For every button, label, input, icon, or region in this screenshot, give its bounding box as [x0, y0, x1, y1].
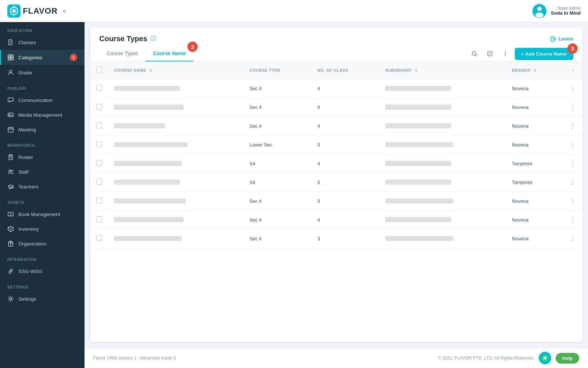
sidebar-item-teachers[interactable]: Teachers — [0, 179, 85, 194]
subsidiary-cell — [385, 180, 451, 185]
export-button[interactable] — [484, 48, 496, 60]
sidebar-item-inventory[interactable]: Inventory — [0, 222, 85, 236]
page-card: Course Types ⓘ Levels Course Types Cours… — [90, 28, 582, 342]
course-name-cell — [114, 198, 186, 204]
row-menu-button[interactable]: ⋮ — [570, 85, 576, 92]
tab-course-types[interactable]: Course Types — [99, 46, 146, 61]
row-menu-button[interactable]: ⋮ — [570, 216, 576, 223]
sidebar-item-media-management[interactable]: Media Management — [0, 107, 85, 122]
more-icon — [505, 51, 506, 57]
course-name-cell — [114, 105, 184, 110]
add-course-name-button[interactable]: + Add Course Name — [515, 48, 573, 60]
page-header: Course Types ⓘ Levels — [90, 28, 582, 43]
page-title-area: Course Types ⓘ — [99, 35, 156, 43]
tab-course-name[interactable]: Course Name 2 — [146, 46, 193, 61]
sidebar-item-staff[interactable]: Staff — [0, 164, 85, 179]
course-name-cell — [114, 180, 180, 185]
row-checkbox[interactable] — [96, 160, 102, 166]
levels-button[interactable]: Levels — [551, 36, 573, 42]
course-type-cell: Sec 4 — [244, 117, 312, 135]
topnav-left: FLAVOR « — [7, 4, 66, 18]
search-button[interactable] — [469, 48, 480, 60]
row-menu-button[interactable]: ⋮ — [570, 141, 576, 148]
svg-point-5 — [537, 7, 542, 11]
tab-course-types-label: Course Types — [107, 50, 138, 56]
tabs: Course Types Course Name 2 — [99, 46, 193, 61]
row-menu-button[interactable]: ⋮ — [570, 103, 576, 111]
collapse-button[interactable]: « — [63, 8, 66, 14]
sidebar-item-meeting[interactable]: Meeting — [0, 122, 85, 137]
course-type-cell: S4 — [244, 173, 312, 192]
svg-point-6 — [535, 13, 544, 18]
row-menu-button[interactable]: ⋮ — [570, 122, 576, 130]
row-menu-button[interactable]: ⋮ — [570, 178, 576, 186]
footer-right: © 2022, FLAVOR PTE. LTD. All Rights Rese… — [438, 352, 579, 364]
svg-point-49 — [505, 53, 506, 54]
row-menu-button[interactable]: ⋮ — [570, 197, 576, 205]
sidebar-label-ssg-wsg: SSG-WSG — [18, 269, 42, 274]
col-course-type: COURSE TYPE — [244, 62, 312, 79]
sidebar-item-roster[interactable]: Roster — [0, 150, 85, 164]
row-menu-button[interactable]: ⋮ — [570, 160, 576, 167]
col-subsidiary[interactable]: SUBSIDIARY ⇅ — [379, 62, 506, 79]
row-checkbox[interactable] — [96, 198, 102, 204]
no-of-class-cell: 0 — [312, 135, 380, 154]
row-menu-button[interactable]: ⋮ — [570, 235, 576, 242]
select-all-checkbox[interactable] — [96, 67, 102, 73]
branch-cell: Novena — [506, 98, 564, 117]
sidebar-item-grade[interactable]: Grade — [0, 65, 85, 80]
export-icon — [487, 51, 493, 57]
sidebar-label-communication: Communication — [18, 98, 53, 103]
row-checkbox[interactable] — [96, 104, 102, 110]
table-row: Sec 44 Novena⋮ — [90, 79, 582, 98]
more-options-button[interactable] — [499, 48, 511, 60]
sidebar-label-teachers: Teachers — [18, 184, 39, 190]
sidebar-item-communication[interactable]: Communication — [0, 93, 85, 107]
sidebar: EDUCATION Classes Categories 1 Grade PUB… — [0, 22, 85, 368]
sidebar-label-media-management: Media Management — [18, 112, 62, 118]
course-name-table: COURSE NAME ⇅ COURSE TYPE NO. OF CLASS S… — [90, 62, 582, 248]
sidebar-item-settings[interactable]: Settings — [0, 291, 85, 306]
building-icon — [7, 240, 14, 247]
subsidiary-cell — [385, 161, 451, 166]
row-checkbox[interactable] — [96, 235, 102, 241]
subsidiary-cell — [385, 217, 451, 222]
col-branch[interactable]: BRANCH ⇅ — [506, 62, 564, 79]
clipboard-icon — [7, 154, 14, 160]
tabs-row: Course Types Course Name 2 — [90, 46, 582, 62]
row-checkbox[interactable] — [96, 85, 102, 91]
subsidiary-cell — [385, 123, 451, 128]
version-text: Flavor CRM Version 1 - Advanced mode 3 — [93, 355, 176, 361]
whatsapp-icon[interactable] — [539, 352, 551, 364]
course-name-cell — [114, 161, 182, 166]
help-button[interactable]: Help — [556, 353, 579, 364]
row-checkbox[interactable] — [96, 141, 102, 147]
sidebar-item-book-management[interactable]: Book Management — [0, 207, 85, 222]
course-name-cell — [114, 123, 165, 128]
course-type-cell: Sec 4 — [244, 210, 312, 229]
step-badge-3: 3 — [567, 43, 578, 54]
sidebar-label-book-management: Book Management — [18, 212, 60, 217]
levels-icon — [551, 36, 556, 42]
section-label-workforce: WORKFORCE — [0, 137, 85, 150]
sidebar-item-organization[interactable]: Organization — [0, 236, 85, 251]
table-row: S40 Tampines⋮ — [90, 173, 582, 192]
step-badge-2: 2 — [187, 42, 198, 52]
course-type-cell: Sec 4 — [244, 79, 312, 98]
row-checkbox[interactable] — [96, 179, 102, 185]
sidebar-item-ssg-wsg[interactable]: SSG-WSG — [0, 264, 85, 279]
sidebar-item-categories[interactable]: Categories 1 — [0, 50, 85, 65]
sort-icon-course-name: ⇅ — [149, 68, 153, 72]
sidebar-item-classes[interactable]: Classes — [0, 35, 85, 50]
topnav: FLAVOR « Super Admin Soda In Mind — [0, 0, 588, 22]
no-of-class-cell: 0 — [312, 98, 380, 117]
info-icon[interactable]: ⓘ — [150, 35, 156, 43]
row-checkbox[interactable] — [96, 216, 102, 222]
add-course-label: + Add Course Name — [521, 51, 567, 57]
row-checkbox[interactable] — [96, 123, 102, 128]
avatar — [533, 4, 546, 18]
branch-cell: Tampines — [506, 173, 564, 192]
subsidiary-cell — [385, 105, 451, 110]
col-course-name[interactable]: COURSE NAME ⇅ — [108, 62, 244, 79]
content-area: Course Types ⓘ Levels Course Types Cours… — [85, 22, 588, 368]
